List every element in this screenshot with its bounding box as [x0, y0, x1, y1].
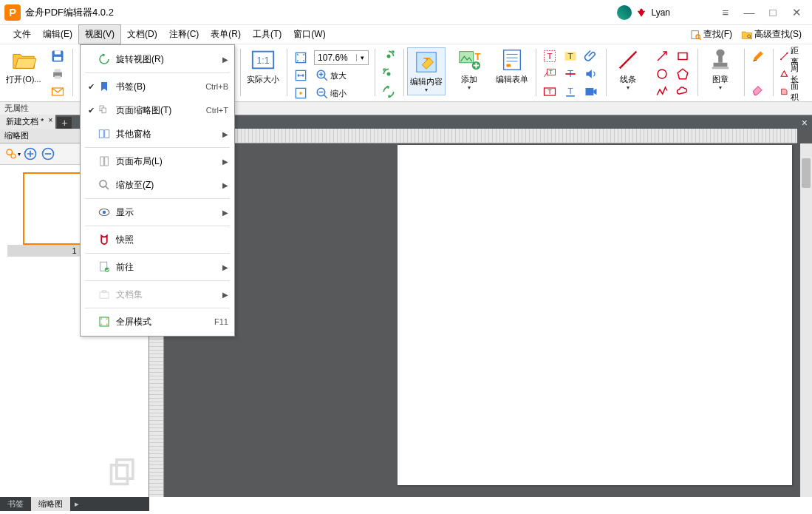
cloud-icon: [676, 85, 689, 98]
zoom-out-button[interactable]: 缩小: [313, 87, 349, 100]
vertical-scrollbar[interactable]: [800, 143, 812, 497]
pencil-icon: [751, 49, 765, 64]
text-box-button[interactable]: T: [539, 47, 560, 65]
fit-visible-icon: [293, 86, 308, 101]
chevron-down-icon[interactable]: ▾: [627, 84, 630, 91]
tab-overflow-icon[interactable]: ▸: [70, 499, 83, 509]
dd-rotate-view[interactable]: 旋转视图(R) ▶: [81, 47, 234, 71]
dd-snapshot[interactable]: 快照: [81, 228, 234, 251]
thumbnail-tab[interactable]: 缩略图: [31, 497, 70, 511]
ruler-top[interactable]: [164, 129, 797, 143]
menu-edit[interactable]: 编辑(E): [37, 25, 78, 44]
dd-thumbnail[interactable]: ✔ 页面缩略图(T) Ctrl+T: [81, 98, 234, 122]
fit-width-button[interactable]: [290, 67, 311, 84]
menu-form[interactable]: 表单(R): [205, 25, 247, 44]
sidebar-add-button[interactable]: [22, 146, 38, 162]
menu-file[interactable]: 文件: [7, 25, 37, 44]
chevron-down-icon[interactable]: ▾: [425, 87, 428, 93]
svg-rect-53: [678, 53, 687, 60]
chevron-down-icon[interactable]: ▾: [468, 84, 471, 91]
svg-point-27: [386, 72, 390, 76]
stamp-button[interactable]: 图章 ▾: [701, 47, 740, 91]
zoom-combo[interactable]: ▾: [314, 50, 369, 65]
print-button[interactable]: [47, 65, 68, 83]
circle-shape-button[interactable]: [652, 65, 672, 83]
svg-rect-66: [117, 460, 133, 479]
dd-fullscreen[interactable]: 全屏模式 F11: [81, 310, 234, 334]
highlight-text-button[interactable]: T: [560, 47, 581, 65]
strike-text-button[interactable]: T: [560, 65, 581, 83]
fit-page-button[interactable]: [290, 49, 311, 67]
cloud-shape-button[interactable]: [672, 83, 693, 101]
underline-text-button[interactable]: T: [560, 83, 581, 101]
bookmark-tab[interactable]: 书签: [0, 497, 31, 511]
add-tab-button[interactable]: +: [57, 117, 72, 129]
arrow-shape-button[interactable]: [652, 47, 672, 65]
email-button[interactable]: [47, 83, 68, 101]
zoom-in-button[interactable]: 放大: [313, 69, 349, 82]
text-box-icon: T: [542, 49, 557, 64]
open-button[interactable]: 打开(O)...: [4, 47, 43, 84]
tab-strip-close-icon[interactable]: ×: [797, 117, 812, 129]
close-tab-icon[interactable]: ×: [49, 116, 53, 124]
dd-page-layout[interactable]: 页面布局(L) ▶: [81, 149, 234, 173]
user-avatar-icon[interactable]: [617, 5, 632, 20]
video-button[interactable]: [581, 83, 601, 101]
check-icon: ✔: [85, 82, 97, 92]
lines-button[interactable]: 线条 ▾: [609, 47, 647, 91]
attachment-button[interactable]: [581, 47, 601, 65]
actual-size-button[interactable]: 1:1 实际大小: [244, 47, 282, 84]
dd-zoom-to[interactable]: 缩放至(Z) ▶: [81, 173, 234, 197]
advanced-find-button[interactable]: 高级查找(S): [738, 27, 805, 42]
minimize-button[interactable]: —: [738, 4, 760, 21]
polyline-shape-button[interactable]: [652, 83, 672, 101]
svg-rect-58: [712, 67, 729, 69]
email-icon: [50, 84, 65, 99]
close-button[interactable]: ✕: [785, 4, 808, 21]
horseshoe-icon: [98, 233, 111, 246]
svg-rect-50: [585, 88, 593, 95]
rotate-ccw-button[interactable]: [378, 65, 399, 83]
submenu-arrow-icon: ▶: [222, 263, 228, 271]
pencil-button[interactable]: [748, 47, 768, 65]
dd-goto[interactable]: 前往 ▶: [81, 255, 234, 279]
menu-comment[interactable]: 注释(C): [163, 25, 205, 44]
rotate-cw-button[interactable]: [378, 47, 399, 65]
pentagon-shape-button[interactable]: [672, 65, 693, 83]
submenu-arrow-icon: ▶: [222, 158, 228, 166]
underline-text-icon: T: [563, 84, 578, 99]
edit-content-button[interactable]: T 编辑内容 ▾: [407, 47, 446, 95]
menu-window[interactable]: 窗口(W): [287, 25, 331, 44]
dd-other-panes[interactable]: 其他窗格 ▶: [81, 122, 234, 146]
zoom-dropdown-icon[interactable]: ▾: [356, 54, 368, 61]
menu-tool[interactable]: 工具(T): [247, 25, 287, 44]
document-tab[interactable]: 新建文档 * ×: [0, 115, 55, 129]
svg-text:T: T: [567, 51, 573, 61]
rect-shape-button[interactable]: [672, 47, 693, 65]
fit-visible-button[interactable]: [290, 84, 311, 102]
find-button[interactable]: 查找(F): [687, 27, 735, 42]
page-canvas[interactable]: [398, 145, 792, 485]
sidebar-options-button[interactable]: ▾: [4, 146, 21, 162]
refresh-button[interactable]: [378, 83, 399, 101]
textbox-red-button[interactable]: T: [539, 83, 560, 101]
area-button[interactable]: 面积: [777, 81, 806, 103]
menu-view[interactable]: 视图(V): [78, 24, 121, 44]
save-button[interactable]: [47, 47, 68, 65]
menu-document[interactable]: 文档(D): [121, 25, 163, 44]
chevron-down-icon[interactable]: ▾: [719, 84, 722, 91]
hamburger-icon[interactable]: ≡: [714, 4, 737, 21]
callout-button[interactable]: T: [539, 65, 560, 83]
zoom-input[interactable]: [315, 53, 356, 63]
sound-button[interactable]: [581, 65, 601, 83]
dd-display[interactable]: 显示 ▶: [81, 200, 234, 224]
edit-form-button[interactable]: 编辑表单: [493, 47, 531, 84]
eraser-button[interactable]: [748, 80, 768, 98]
sidebar-remove-button[interactable]: [40, 146, 56, 162]
dd-bookmark[interactable]: ✔ 书签(B) Ctrl+B: [81, 75, 234, 98]
eye-icon: [98, 206, 111, 219]
copy-watermark-icon: [107, 456, 140, 488]
sound-icon: [584, 67, 598, 81]
add-button[interactable]: T 添加 ▾: [450, 47, 488, 91]
maximize-button[interactable]: □: [762, 4, 784, 21]
